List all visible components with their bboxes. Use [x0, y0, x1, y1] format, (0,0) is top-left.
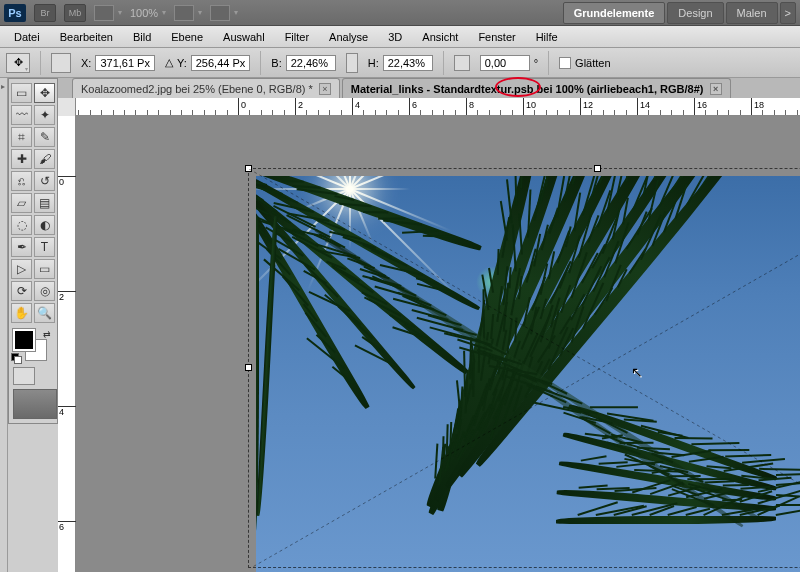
- horizontal-ruler[interactable]: 024681012141618: [58, 98, 800, 116]
- 3d-tool[interactable]: ⟳: [11, 281, 32, 301]
- menu-datei[interactable]: Datei: [4, 28, 50, 46]
- h-field[interactable]: 22,43%: [383, 55, 433, 71]
- glatten-checkbox[interactable]: [559, 57, 571, 69]
- eraser-tool[interactable]: ▱: [11, 193, 32, 213]
- menu-3d[interactable]: 3D: [378, 28, 412, 46]
- menu-ebene[interactable]: Ebene: [161, 28, 213, 46]
- workspace-grundelemente[interactable]: Grundelemente: [563, 2, 666, 24]
- h-label: H:: [368, 57, 379, 69]
- move-tool[interactable]: ▭: [11, 83, 32, 103]
- ruler-v-tick: 6: [58, 521, 76, 532]
- menu-bar: Datei Bearbeiten Bild Ebene Auswahl Filt…: [0, 26, 800, 48]
- gradient-tool[interactable]: ▤: [34, 193, 55, 213]
- angle-icon: [454, 55, 470, 71]
- document-tab-2[interactable]: Material_links - Standardtextur.psb bei …: [342, 78, 731, 98]
- eyedropper-tool[interactable]: ✎: [34, 127, 55, 147]
- zoom-level-dropdown[interactable]: 100%▾: [130, 7, 166, 19]
- workspace-more[interactable]: >: [780, 2, 796, 24]
- toolbox: ▭✥ 〰✦ ⌗✎ ✚🖌 ⎌↺ ▱▤ ◌◐ ✒T ▷▭ ⟳◎ ✋🔍 ⇄: [8, 78, 58, 424]
- delta-icon[interactable]: △: [165, 56, 173, 69]
- zoom-tool[interactable]: 🔍: [34, 303, 55, 323]
- lasso-tool[interactable]: 〰: [11, 105, 32, 125]
- arrange-documents-dropdown[interactable]: ▾: [174, 5, 202, 21]
- canvas-image[interactable]: [256, 176, 800, 572]
- ruler-v-tick: 0: [58, 176, 76, 187]
- type-tool[interactable]: T: [34, 237, 55, 257]
- handle-tm[interactable]: [594, 165, 601, 172]
- canvas-area: 0246 ↖: [58, 116, 800, 572]
- minibridge-button[interactable]: Mb: [64, 4, 86, 22]
- ruler-h-tick: 6: [409, 98, 417, 115]
- bridge-button[interactable]: Br: [34, 4, 56, 22]
- stamp-tool[interactable]: ⎌: [11, 171, 32, 191]
- close-tab-1-button[interactable]: ×: [319, 83, 331, 95]
- handle-tl[interactable]: [245, 165, 252, 172]
- menu-bearbeiten[interactable]: Bearbeiten: [50, 28, 123, 46]
- menu-filter[interactable]: Filter: [275, 28, 319, 46]
- x-field[interactable]: 371,61 Px: [95, 55, 155, 71]
- color-swatches: ⇄: [11, 329, 51, 363]
- pen-tool[interactable]: ✒: [11, 237, 32, 257]
- dodge-tool[interactable]: ◐: [34, 215, 55, 235]
- ruler-h-tick: 0: [238, 98, 246, 115]
- blur-tool[interactable]: ◌: [11, 215, 32, 235]
- chevron-down-icon: ▾: [118, 8, 122, 17]
- workspace-switcher: Grundelemente Design Malen >: [563, 2, 796, 24]
- menu-auswahl[interactable]: Auswahl: [213, 28, 275, 46]
- view-extras-dropdown[interactable]: ▾: [94, 5, 122, 21]
- vertical-ruler[interactable]: 0246: [58, 116, 76, 572]
- current-tool-icon[interactable]: ✥▾: [6, 53, 30, 73]
- default-colors-icon[interactable]: [11, 353, 21, 363]
- handle-ml[interactable]: [245, 364, 252, 371]
- glatten-label: Glätten: [575, 57, 610, 69]
- shape-tool[interactable]: ▭: [34, 259, 55, 279]
- document-tab-2-label: Material_links - Standardtextur.psb bei …: [351, 83, 704, 95]
- document-tab-1-label: Koalazoomed2.jpg bei 25% (Ebene 0, RGB/8…: [81, 83, 313, 95]
- angle-field[interactable]: 0,00: [480, 55, 530, 71]
- y-field[interactable]: 256,44 Px: [191, 55, 251, 71]
- ruler-v-tick: 2: [58, 291, 76, 302]
- 3d-camera-tool[interactable]: ◎: [34, 281, 55, 301]
- left-dock-strip[interactable]: [0, 78, 8, 572]
- ruler-h-tick: 4: [352, 98, 360, 115]
- menu-hilfe[interactable]: Hilfe: [526, 28, 568, 46]
- wand-tool[interactable]: ✦: [34, 105, 55, 125]
- ruler-v-tick: 4: [58, 406, 76, 417]
- quick-mask-button[interactable]: [13, 367, 35, 385]
- menu-analyse[interactable]: Analyse: [319, 28, 378, 46]
- menu-ansicht[interactable]: Ansicht: [412, 28, 468, 46]
- menu-bild[interactable]: Bild: [123, 28, 161, 46]
- w-label: B:: [271, 57, 281, 69]
- hand-tool[interactable]: ✋: [11, 303, 32, 323]
- path-select-tool[interactable]: ▷: [11, 259, 32, 279]
- screen-mode-dropdown[interactable]: ▾: [210, 5, 238, 21]
- workspace-malen[interactable]: Malen: [726, 2, 778, 24]
- app-titlebar: Ps Br Mb ▾ 100%▾ ▾ ▾ Grundelemente Desig…: [0, 0, 800, 26]
- swap-colors-icon[interactable]: ⇄: [43, 329, 51, 339]
- crop-tool[interactable]: ⌗: [11, 127, 32, 147]
- brush-tool[interactable]: 🖌: [34, 149, 55, 169]
- arrow-tool[interactable]: ✥: [34, 83, 55, 103]
- link-wh-icon[interactable]: [346, 53, 358, 73]
- screen-mode-button-large[interactable]: [13, 389, 57, 419]
- ruler-h-tick: 8: [466, 98, 474, 115]
- history-brush-tool[interactable]: ↺: [34, 171, 55, 191]
- w-field[interactable]: 22,46%: [286, 55, 336, 71]
- degree-label: °: [534, 57, 538, 69]
- mouse-cursor-icon: ↖: [631, 364, 643, 380]
- document-tabstrip: Koalazoomed2.jpg bei 25% (Ebene 0, RGB/8…: [58, 78, 800, 98]
- ruler-h-tick: 2: [295, 98, 303, 115]
- x-label: X:: [81, 57, 91, 69]
- menu-fenster[interactable]: Fenster: [468, 28, 525, 46]
- document-tab-1[interactable]: Koalazoomed2.jpg bei 25% (Ebene 0, RGB/8…: [72, 78, 340, 98]
- reference-point-icon[interactable]: [51, 53, 71, 73]
- workspace-design[interactable]: Design: [667, 2, 723, 24]
- y-label: Y:: [177, 57, 187, 69]
- foreground-color[interactable]: [13, 329, 35, 351]
- heal-tool[interactable]: ✚: [11, 149, 32, 169]
- close-tab-2-button[interactable]: ×: [710, 83, 722, 95]
- document-viewport[interactable]: ↖: [76, 116, 800, 572]
- zoom-level-label: 100%: [130, 7, 158, 19]
- ruler-origin[interactable]: [58, 98, 76, 116]
- ps-logo-icon: Ps: [4, 4, 26, 22]
